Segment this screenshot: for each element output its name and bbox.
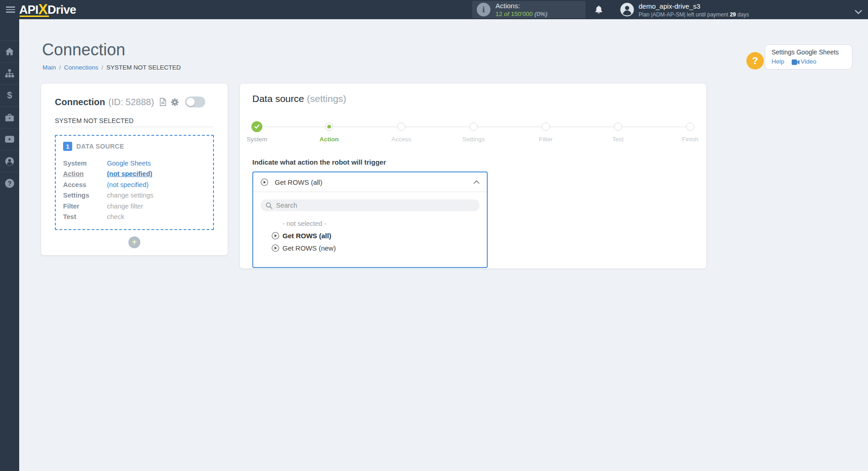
step-label: Filter bbox=[514, 136, 578, 143]
actions-total: 150'000 bbox=[511, 11, 533, 17]
breadcrumb-separator: / bbox=[101, 64, 103, 71]
action-dropdown: Get ROWS (all) - not selected - Get ROWS… bbox=[252, 171, 488, 268]
chevron-down-icon[interactable] bbox=[855, 8, 862, 16]
play-circle-icon bbox=[261, 178, 268, 186]
connection-status: SYSTEM NOT SELECTED bbox=[55, 117, 133, 124]
video-link[interactable]: Video bbox=[801, 58, 816, 65]
row-value-link[interactable]: check bbox=[107, 213, 124, 220]
row-access: Access (not specified) bbox=[63, 179, 206, 190]
home-icon bbox=[5, 47, 14, 56]
apixdrive-logo[interactable]: APIXDrive bbox=[19, 0, 76, 19]
actions-counter-text: Actions: 12 of 150'000 (0%) bbox=[495, 2, 548, 17]
step-test: Test bbox=[586, 119, 650, 143]
help-widget: Settings Google Sheets Help Video bbox=[765, 44, 852, 70]
row-label-link[interactable]: Action bbox=[63, 170, 107, 177]
step-label: Test bbox=[586, 136, 650, 143]
divider bbox=[55, 127, 214, 127]
dropdown-selected-row[interactable]: Get ROWS (all) bbox=[253, 172, 487, 192]
notifications-bell-icon[interactable] bbox=[594, 5, 603, 16]
user-plan: Plan |ADM-AP-SM| left until payment 29 d… bbox=[639, 11, 749, 18]
option-not-selected[interactable]: - not selected - bbox=[253, 217, 487, 230]
row-value-link[interactable]: change filter bbox=[107, 203, 143, 210]
help-link[interactable]: Help bbox=[772, 58, 784, 65]
sidebar-item-connections[interactable] bbox=[0, 62, 19, 84]
dropdown-options: - not selected - Get ROWS (all) Get ROWS… bbox=[253, 217, 487, 254]
plan-days: 29 bbox=[730, 11, 736, 18]
action-question-label: Indicate what action the robot will trig… bbox=[252, 158, 386, 166]
dollar-icon: $ bbox=[7, 90, 12, 101]
row-label: Filter bbox=[63, 203, 107, 210]
settings-title-suffix: (settings) bbox=[307, 93, 346, 104]
document-icon[interactable] bbox=[160, 98, 166, 106]
dropdown-search bbox=[261, 199, 479, 211]
page-title: Connection bbox=[42, 40, 125, 59]
gear-icon[interactable] bbox=[170, 98, 179, 107]
row-settings: Settings change settings bbox=[63, 190, 206, 201]
sidebar-item-services[interactable] bbox=[0, 106, 19, 128]
sidebar-item-account[interactable] bbox=[0, 150, 19, 172]
dropdown-selected-label: Get ROWS (all) bbox=[275, 178, 322, 186]
connection-card: Connection (ID: 52888) SYSTEM bbox=[41, 84, 228, 255]
toggle-knob bbox=[186, 98, 195, 106]
sidebar-item-help[interactable]: ? bbox=[0, 172, 19, 194]
actions-usage: 12 of 150'000 (0%) bbox=[495, 11, 548, 17]
connection-enable-toggle[interactable] bbox=[185, 96, 205, 107]
search-input[interactable] bbox=[276, 202, 474, 209]
row-system: System Google Sheets bbox=[63, 158, 206, 169]
info-icon: i bbox=[477, 3, 490, 16]
row-value-link[interactable]: (not specified) bbox=[107, 170, 152, 177]
sidebar-item-home[interactable] bbox=[0, 40, 19, 62]
step-filter: Filter bbox=[514, 119, 578, 143]
step-action[interactable]: Action bbox=[297, 119, 361, 143]
help-question-badge[interactable]: ? bbox=[746, 52, 764, 70]
user-avatar[interactable] bbox=[620, 3, 634, 16]
step-circle bbox=[397, 123, 405, 131]
sidebar-nav: $ ? bbox=[0, 19, 19, 471]
step-label: Finish bbox=[658, 136, 722, 143]
breadcrumb: Main / Connections / SYSTEM NOT SELECTED bbox=[43, 64, 181, 71]
search-icon bbox=[266, 202, 272, 209]
step-current-dot bbox=[325, 123, 333, 131]
breadcrumb-main[interactable]: Main bbox=[43, 64, 56, 71]
data-source-block[interactable]: 1 DATA SOURCE System Google Sheets Actio… bbox=[55, 135, 214, 230]
option-get-rows-all[interactable]: Get ROWS (all) bbox=[253, 230, 487, 242]
row-label: Settings bbox=[63, 192, 107, 199]
row-test: Test check bbox=[63, 212, 206, 223]
chevron-up-icon[interactable] bbox=[474, 180, 479, 184]
breadcrumb-connections[interactable]: Connections bbox=[64, 64, 98, 71]
add-step-button[interactable]: + bbox=[128, 236, 140, 248]
progress-stepper: System Action Access Settings Filter Tes… bbox=[240, 119, 706, 147]
plan-prefix: Plan |ADM-AP-SM| left until payment bbox=[639, 11, 728, 18]
row-filter: Filter change filter bbox=[63, 201, 206, 212]
question-icon: ? bbox=[5, 179, 14, 188]
step-finish: Finish bbox=[658, 119, 722, 143]
play-circle-icon bbox=[272, 244, 279, 252]
sitemap-icon bbox=[5, 69, 14, 78]
option-get-rows-new[interactable]: Get ROWS (new) bbox=[253, 242, 487, 254]
row-value-link[interactable]: Google Sheets bbox=[107, 160, 151, 167]
row-action: Action (not specified) bbox=[63, 169, 206, 180]
row-value-link[interactable]: (not specified) bbox=[107, 181, 149, 188]
connection-card-title: Connection bbox=[55, 97, 105, 107]
actions-percent: (0%) bbox=[534, 11, 548, 17]
row-value-link[interactable]: change settings bbox=[107, 192, 154, 199]
row-label: System bbox=[63, 160, 107, 167]
user-menu[interactable]: demo_apix-drive_s3 Plan |ADM-AP-SM| left… bbox=[639, 2, 749, 18]
sidebar-item-billing[interactable]: $ bbox=[0, 84, 19, 106]
video-play-icon bbox=[5, 136, 14, 143]
data-source-rows: System Google Sheets Action (not specifi… bbox=[63, 158, 206, 222]
row-label: Test bbox=[63, 213, 107, 220]
option-label: Get ROWS (new) bbox=[282, 244, 336, 252]
help-widget-title: Settings Google Sheets bbox=[772, 48, 852, 56]
play-circle-icon bbox=[272, 232, 279, 240]
step-label: Settings bbox=[442, 136, 506, 143]
step-system[interactable]: System bbox=[225, 119, 289, 143]
sidebar-item-video[interactable] bbox=[0, 128, 19, 150]
step-label: System bbox=[225, 136, 289, 143]
menu-hamburger-icon[interactable] bbox=[6, 6, 15, 13]
video-camera-icon bbox=[792, 59, 799, 65]
briefcase-icon bbox=[5, 113, 14, 122]
actions-counter[interactable]: i Actions: 12 of 150'000 (0%) bbox=[472, 1, 586, 18]
row-label: Access bbox=[63, 181, 107, 188]
step-done-check-icon bbox=[251, 121, 262, 132]
